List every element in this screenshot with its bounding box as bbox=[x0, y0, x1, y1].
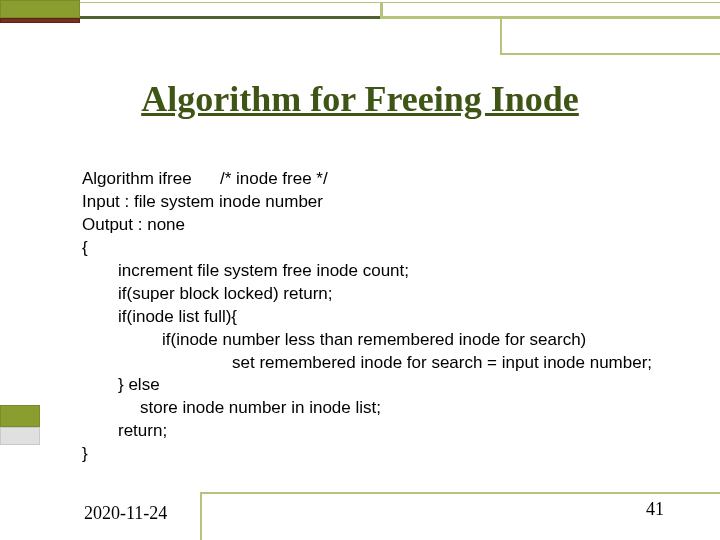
alg-line: return; bbox=[82, 420, 664, 443]
alg-line: if(inode number less than remembered ino… bbox=[82, 329, 664, 352]
footer-page-number: 41 bbox=[646, 499, 664, 520]
alg-line: { bbox=[82, 237, 664, 260]
alg-line: } bbox=[82, 443, 664, 466]
decor-bottom-left-vertical bbox=[200, 492, 202, 540]
decor-top-right-box bbox=[500, 19, 720, 55]
algorithm-block: Algorithm ifree /* inode free */ Input :… bbox=[82, 168, 664, 466]
decor-top-thin-line bbox=[80, 2, 720, 3]
decor-left-olive-block bbox=[0, 405, 40, 427]
slide-title: Algorithm for Freeing Inode bbox=[0, 78, 720, 120]
alg-line: } else bbox=[82, 374, 664, 397]
alg-line: Algorithm ifree /* inode free */ bbox=[82, 168, 664, 191]
alg-line: increment file system free inode count; bbox=[82, 260, 664, 283]
alg-line: if(inode list full){ bbox=[82, 306, 664, 329]
decor-top-vertical-edge bbox=[380, 2, 383, 19]
decor-tab-olive bbox=[0, 0, 80, 18]
alg-line: Input : file system inode number bbox=[82, 191, 664, 214]
alg-line: Output : none bbox=[82, 214, 664, 237]
decor-left-gray-block bbox=[0, 427, 40, 445]
alg-line: store inode number in inode list; bbox=[82, 397, 664, 420]
slide: Algorithm for Freeing Inode Algorithm if… bbox=[0, 0, 720, 540]
decor-bottom-line bbox=[200, 492, 720, 494]
decor-tab-maroon bbox=[0, 18, 80, 23]
alg-line: set remembered inode for search = input … bbox=[82, 352, 664, 375]
alg-line: if(super block locked) return; bbox=[82, 283, 664, 306]
footer-date: 2020-11-24 bbox=[84, 503, 167, 524]
decor-top-thick-dark bbox=[80, 16, 380, 19]
